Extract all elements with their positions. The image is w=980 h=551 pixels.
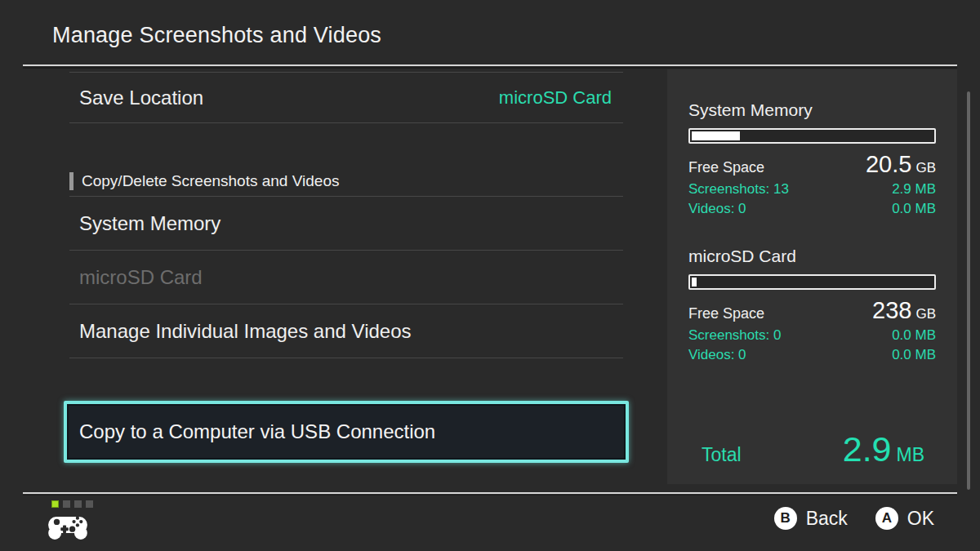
microsd-screenshots-row: Screenshots: 0 0.0 MB: [688, 327, 936, 344]
system-memory-screenshots-row: Screenshots: 13 2.9 MB: [688, 181, 936, 198]
total-unit: MB: [897, 444, 925, 466]
screenshots-size: 2.9 MB: [892, 181, 936, 198]
player4-light: [86, 500, 93, 508]
controller-icon: [46, 509, 90, 547]
save-location-value: microSD Card: [499, 87, 612, 109]
footer-divider: [23, 492, 957, 494]
settings-list: Save Location microSD Card Copy/Delete S…: [69, 72, 623, 463]
list-spacer: [69, 358, 623, 401]
videos-count: Videos: 0: [688, 347, 746, 363]
total-label: Total: [702, 444, 742, 466]
videos-size: 0.0 MB: [892, 201, 936, 217]
ok-label: OK: [907, 508, 934, 530]
scrollbar-thumb[interactable]: [967, 91, 970, 490]
microsd-usage-fill: [692, 278, 697, 287]
back-label: Back: [806, 508, 848, 530]
header-divider-shadow: [23, 67, 957, 69]
list-item-label: Manage Individual Images and Videos: [79, 320, 412, 343]
list-item-copy-to-computer-selected[interactable]: Copy to a Computer via USB Connection: [64, 401, 629, 463]
screenshots-size: 0.0 MB: [892, 327, 936, 344]
free-space-unit: GB: [915, 306, 936, 322]
section-header-bar: [69, 172, 74, 190]
storage-info-panel: System Memory Free Space 20.5 GB Screens…: [667, 69, 957, 484]
system-memory-title: System Memory: [688, 100, 936, 120]
screenshots-count: Screenshots: 13: [688, 181, 789, 198]
a-button-icon: A: [875, 507, 898, 530]
videos-size: 0.0 MB: [892, 347, 936, 363]
videos-count: Videos: 0: [688, 201, 746, 217]
free-space-value: 238: [872, 297, 911, 324]
list-item-label: microSD Card: [79, 266, 203, 289]
system-memory-usage-fill: [692, 131, 740, 140]
microsd-title: microSD Card: [688, 247, 936, 266]
total-row: Total 2.9 MB: [702, 429, 924, 469]
list-item-manage-individual[interactable]: Manage Individual Images and Videos: [69, 304, 623, 358]
microsd-usage-meter: [688, 274, 936, 290]
header-divider: [23, 64, 957, 66]
button-hints: B Back A OK: [774, 507, 934, 530]
system-memory-videos-row: Videos: 0 0.0 MB: [688, 201, 936, 217]
free-space-label: Free Space: [688, 305, 764, 322]
list-item-microsd-card: microSD Card: [69, 251, 623, 304]
player-indicator-lights: [51, 500, 93, 508]
footer-divider-shadow: [23, 495, 957, 495]
row-save-location[interactable]: Save Location microSD Card: [69, 72, 623, 123]
selected-item-label: Copy to a Computer via USB Connection: [79, 420, 435, 443]
section-header-copy-delete: Copy/Delete Screenshots and Videos: [69, 167, 623, 197]
back-hint[interactable]: B Back: [774, 507, 848, 530]
player3-light: [74, 500, 82, 508]
microsd-free-space: Free Space 238 GB: [688, 297, 936, 324]
list-item-system-memory[interactable]: System Memory: [69, 197, 623, 251]
total-value: 2.9: [843, 429, 892, 469]
save-location-label: Save Location: [79, 87, 203, 109]
page-title: Manage Screenshots and Videos: [52, 23, 381, 48]
system-memory-free-space: Free Space 20.5 GB: [688, 151, 936, 178]
free-space-unit: GB: [915, 160, 936, 176]
free-space-label: Free Space: [688, 159, 764, 176]
screenshots-count: Screenshots: 0: [688, 327, 781, 344]
section-header-label: Copy/Delete Screenshots and Videos: [82, 172, 339, 190]
ok-hint[interactable]: A OK: [875, 507, 934, 530]
list-spacer: [69, 123, 623, 167]
player1-light: [51, 500, 59, 508]
b-button-icon: B: [774, 507, 797, 530]
player2-light: [63, 500, 70, 508]
microsd-videos-row: Videos: 0 0.0 MB: [688, 347, 936, 363]
free-space-value: 20.5: [866, 151, 911, 178]
system-memory-usage-meter: [688, 128, 936, 144]
list-item-label: System Memory: [79, 212, 220, 235]
